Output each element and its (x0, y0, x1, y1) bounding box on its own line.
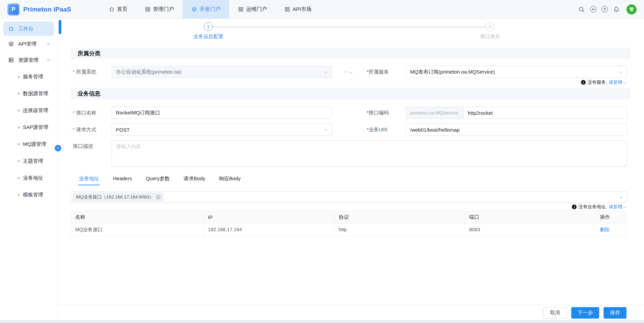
tab-request-body[interactable]: 请求Body (183, 176, 206, 185)
sidebar-item-api-management[interactable]: API管理 (0, 36, 57, 52)
address-tag: MQ业务接口（192.168.17.164:8083） × (73, 193, 163, 201)
next-step-button[interactable]: 下一步 (571, 307, 599, 319)
app-logo-icon: P (7, 3, 20, 16)
service-select[interactable]: MQ发布订阅(primeton.oa.MQService) (406, 66, 627, 78)
form-footer: 取消 下一步 保存 (58, 305, 644, 320)
cell-name: MQ业务接口 (71, 223, 204, 236)
sidebar-item-template-management[interactable]: 模板管理 (0, 186, 57, 203)
nav-item-label: 运维门户 (246, 6, 267, 13)
field-label-interface-name: *接口名称 (71, 110, 112, 116)
business-uri-input[interactable] (406, 124, 627, 136)
ai-assistant-icon[interactable]: AI (590, 6, 596, 12)
sidebar-item-label: API管理 (18, 41, 36, 47)
sidebar-item-datasource-management[interactable]: 数据源管理 (0, 85, 57, 102)
description-textarea-wrap (112, 140, 627, 168)
nav-item-ops-portal[interactable]: 运维门户 (229, 0, 276, 19)
sidebar-item-resource-management[interactable]: 资源管理 (0, 52, 57, 68)
help-icon[interactable]: ? (602, 6, 608, 12)
step-2-label: 接口发布 (466, 33, 514, 40)
add-service-link[interactable]: 请新增→ (609, 79, 627, 85)
field-label-business-uri: *业务URI (365, 127, 406, 133)
tag-close-icon[interactable]: × (156, 195, 161, 199)
sidebar-item-business-address[interactable]: 业务地址 (0, 169, 57, 186)
user-avatar[interactable]: 管 (626, 4, 637, 15)
field-label-request-method: *请求方式 (71, 127, 112, 133)
sidebar-item-label: 主题管理 (23, 158, 43, 164)
col-header-ip: IP (204, 211, 335, 223)
bullet-icon (18, 194, 20, 196)
sidebar-item-service-management[interactable]: 服务管理 (0, 68, 57, 85)
stepper: 1 业务信息配置 2 接口发布 (58, 21, 644, 42)
nav-item-label: API市场 (293, 6, 311, 13)
app-window: P Primeton iPaaS 首页 管理门户 开发门户 运维门户 A (0, 0, 644, 320)
system-select-value: 办公自动化系统(primeton.oa) (116, 69, 181, 75)
bullet-icon (18, 160, 20, 162)
tab-headers[interactable]: Headers (112, 176, 133, 185)
description-textarea[interactable] (112, 140, 627, 167)
col-header-name: 名称 (71, 211, 204, 223)
bullet-icon (18, 126, 20, 129)
add-address-link[interactable]: 请新增→ (609, 204, 627, 210)
interface-code-group: primeton.oa.MQService. (406, 107, 627, 119)
bullet-icon (18, 109, 20, 112)
chevron-down-icon (47, 42, 51, 46)
save-button[interactable]: 保存 (604, 307, 626, 319)
bullet-icon (18, 143, 20, 145)
section-title-category: 所属分类 (71, 48, 631, 59)
grid-icon (145, 6, 151, 12)
interface-code-input[interactable] (464, 107, 627, 119)
sidebar-item-sap-source-management[interactable]: SAP源管理 (0, 119, 57, 136)
chevron-down-icon (618, 70, 623, 75)
bullet-icon (18, 177, 20, 179)
cell-port: 8083 (465, 223, 596, 236)
sidebar-item-label: 数据源管理 (23, 90, 48, 97)
nav-item-admin-portal[interactable]: 管理门户 (136, 0, 183, 19)
bullet-icon (18, 76, 20, 78)
stepper-connector (213, 27, 486, 27)
nav-item-label: 管理门户 (153, 6, 174, 13)
brand[interactable]: P Primeton iPaaS (0, 0, 71, 19)
sidebar-item-label: 业务地址 (23, 175, 43, 181)
business-address-select[interactable]: MQ业务接口（192.168.17.164:8083） × (71, 191, 627, 203)
delete-row-link[interactable]: 删除 (600, 227, 610, 232)
col-header-port: 端口 (465, 211, 596, 223)
address-table: 名称 IP 协议 端口 操作 MQ业务接口 192.168.17.164 htt… (71, 211, 626, 236)
top-navbar: P Primeton iPaaS 首页 管理门户 开发门户 运维门户 A (0, 0, 644, 19)
interface-code-prefix: primeton.oa.MQService. (406, 107, 464, 119)
layers-icon (191, 6, 197, 12)
nav-item-dev-portal[interactable]: 开发门户 (183, 0, 229, 19)
home-icon (8, 26, 14, 32)
cell-ip: 192.168.17.164 (204, 223, 335, 236)
hint-text: 没有服务, (587, 79, 607, 85)
sidebar: 工作台 API管理 资源管理 服务管理 数据源管理 连接器管理 SAP源管理 M… (0, 19, 58, 320)
sidebar-item-label: 工作台 (18, 26, 33, 32)
cancel-button[interactable]: 取消 (543, 307, 567, 319)
server-stack-icon (8, 57, 14, 63)
home-icon (109, 6, 115, 12)
search-icon[interactable] (578, 6, 585, 13)
brand-name: Primeton iPaaS (23, 6, 71, 13)
address-tag-label: MQ业务接口（192.168.17.164:8083） (76, 194, 154, 200)
table-row: MQ业务接口 192.168.17.164 http 8083 删除 (71, 223, 626, 236)
nav-item-api-market[interactable]: API市场 (276, 0, 320, 19)
chevron-down-icon (619, 195, 623, 200)
sidebar-item-topic-management[interactable]: 主题管理 (0, 153, 57, 169)
sidebar-item-workbench[interactable]: 工作台 (3, 22, 54, 36)
nav-item-home[interactable]: 首页 (100, 0, 136, 19)
request-method-select[interactable]: POST (112, 124, 332, 136)
grid-icon (238, 6, 244, 12)
field-label-interface-code: *接口编码 (365, 110, 406, 116)
cell-protocol: http (335, 223, 465, 236)
interface-name-input[interactable] (112, 107, 332, 119)
sidebar-item-connector-management[interactable]: 连接器管理 (0, 102, 57, 119)
bell-icon[interactable] (613, 6, 620, 13)
main-content: 1 业务信息配置 2 接口发布 所属分类 *所属系统 办公自动化系统(prime… (58, 19, 644, 320)
tab-response-body[interactable]: 响应Body (218, 176, 241, 185)
tab-business-address[interactable]: 业务地址 (78, 176, 100, 185)
sidebar-collapse-button[interactable]: ‹ (55, 145, 61, 152)
grid-icon (284, 6, 290, 12)
sidebar-item-label: 模板管理 (23, 192, 43, 198)
sidebar-item-mq-source-management[interactable]: MQ源管理 (0, 136, 57, 153)
tab-query-params[interactable]: Query参数 (145, 176, 171, 185)
system-select[interactable]: 办公自动化系统(primeton.oa) (112, 66, 332, 78)
